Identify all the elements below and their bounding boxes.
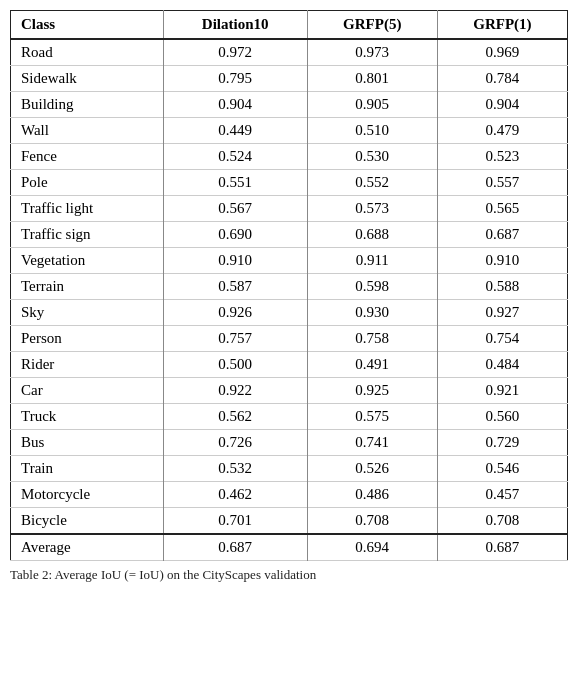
value-cell: 0.801 [307, 66, 437, 92]
value-cell: 0.921 [437, 378, 567, 404]
class-cell: Person [11, 326, 164, 352]
value-cell: 0.910 [163, 248, 307, 274]
value-cell: 0.972 [163, 39, 307, 66]
table-caption: Table 2: Average IoU (= IoU) on the City… [10, 567, 568, 583]
value-cell: 0.795 [163, 66, 307, 92]
table-row: Terrain0.5870.5980.588 [11, 274, 568, 300]
table-row: Truck0.5620.5750.560 [11, 404, 568, 430]
value-cell: 0.567 [163, 196, 307, 222]
class-cell: Truck [11, 404, 164, 430]
class-cell: Train [11, 456, 164, 482]
table-wrapper: Class Dilation10 GRFP(5) GRFP(1) Road0.9… [10, 10, 568, 583]
average-row: Average0.6870.6940.687 [11, 534, 568, 561]
table-row: Traffic sign0.6900.6880.687 [11, 222, 568, 248]
col-header-class: Class [11, 11, 164, 40]
table-row: Sky0.9260.9300.927 [11, 300, 568, 326]
value-cell: 0.910 [437, 248, 567, 274]
value-cell: 0.973 [307, 39, 437, 66]
value-cell: 0.587 [163, 274, 307, 300]
class-cell: Vegetation [11, 248, 164, 274]
table-row: Rider0.5000.4910.484 [11, 352, 568, 378]
value-cell: 0.708 [437, 508, 567, 535]
table-row: Motorcycle0.4620.4860.457 [11, 482, 568, 508]
value-cell: 0.484 [437, 352, 567, 378]
value-cell: 0.925 [307, 378, 437, 404]
table-row: Vegetation0.9100.9110.910 [11, 248, 568, 274]
value-cell: 0.552 [307, 170, 437, 196]
col-header-grfp1: GRFP(1) [437, 11, 567, 40]
value-cell: 0.530 [307, 144, 437, 170]
table-row: Bus0.7260.7410.729 [11, 430, 568, 456]
table-row: Car0.9220.9250.921 [11, 378, 568, 404]
value-cell: 0.462 [163, 482, 307, 508]
value-cell: 0.500 [163, 352, 307, 378]
value-cell: 0.479 [437, 118, 567, 144]
value-cell: 0.588 [437, 274, 567, 300]
value-cell: 0.491 [307, 352, 437, 378]
class-cell: Terrain [11, 274, 164, 300]
table-row: Pole0.5510.5520.557 [11, 170, 568, 196]
value-cell: 0.546 [437, 456, 567, 482]
table-row: Wall0.4490.5100.479 [11, 118, 568, 144]
class-cell: Motorcycle [11, 482, 164, 508]
value-cell: 0.510 [307, 118, 437, 144]
average-value: 0.687 [163, 534, 307, 561]
value-cell: 0.449 [163, 118, 307, 144]
class-cell: Road [11, 39, 164, 66]
table-row: Train0.5320.5260.546 [11, 456, 568, 482]
value-cell: 0.741 [307, 430, 437, 456]
value-cell: 0.562 [163, 404, 307, 430]
value-cell: 0.690 [163, 222, 307, 248]
class-cell: Traffic light [11, 196, 164, 222]
table-row: Fence0.5240.5300.523 [11, 144, 568, 170]
value-cell: 0.701 [163, 508, 307, 535]
value-cell: 0.757 [163, 326, 307, 352]
table-row: Building0.9040.9050.904 [11, 92, 568, 118]
value-cell: 0.573 [307, 196, 437, 222]
average-value: 0.694 [307, 534, 437, 561]
value-cell: 0.930 [307, 300, 437, 326]
class-cell: Bus [11, 430, 164, 456]
value-cell: 0.905 [307, 92, 437, 118]
value-cell: 0.922 [163, 378, 307, 404]
header-row: Class Dilation10 GRFP(5) GRFP(1) [11, 11, 568, 40]
class-cell: Sky [11, 300, 164, 326]
value-cell: 0.598 [307, 274, 437, 300]
value-cell: 0.575 [307, 404, 437, 430]
value-cell: 0.729 [437, 430, 567, 456]
value-cell: 0.904 [163, 92, 307, 118]
class-cell: Sidewalk [11, 66, 164, 92]
table-row: Person0.7570.7580.754 [11, 326, 568, 352]
value-cell: 0.969 [437, 39, 567, 66]
value-cell: 0.557 [437, 170, 567, 196]
value-cell: 0.486 [307, 482, 437, 508]
table-row: Sidewalk0.7950.8010.784 [11, 66, 568, 92]
class-cell: Traffic sign [11, 222, 164, 248]
table-row: Traffic light0.5670.5730.565 [11, 196, 568, 222]
value-cell: 0.927 [437, 300, 567, 326]
value-cell: 0.926 [163, 300, 307, 326]
class-cell: Bicycle [11, 508, 164, 535]
value-cell: 0.526 [307, 456, 437, 482]
value-cell: 0.784 [437, 66, 567, 92]
value-cell: 0.911 [307, 248, 437, 274]
value-cell: 0.565 [437, 196, 567, 222]
table-row: Road0.9720.9730.969 [11, 39, 568, 66]
table-row: Bicycle0.7010.7080.708 [11, 508, 568, 535]
average-label: Average [11, 534, 164, 561]
class-cell: Fence [11, 144, 164, 170]
class-cell: Car [11, 378, 164, 404]
value-cell: 0.758 [307, 326, 437, 352]
results-table: Class Dilation10 GRFP(5) GRFP(1) Road0.9… [10, 10, 568, 561]
value-cell: 0.708 [307, 508, 437, 535]
class-cell: Rider [11, 352, 164, 378]
col-header-grfp5: GRFP(5) [307, 11, 437, 40]
class-cell: Building [11, 92, 164, 118]
value-cell: 0.560 [437, 404, 567, 430]
value-cell: 0.687 [437, 222, 567, 248]
average-value: 0.687 [437, 534, 567, 561]
value-cell: 0.904 [437, 92, 567, 118]
class-cell: Pole [11, 170, 164, 196]
value-cell: 0.551 [163, 170, 307, 196]
class-cell: Wall [11, 118, 164, 144]
